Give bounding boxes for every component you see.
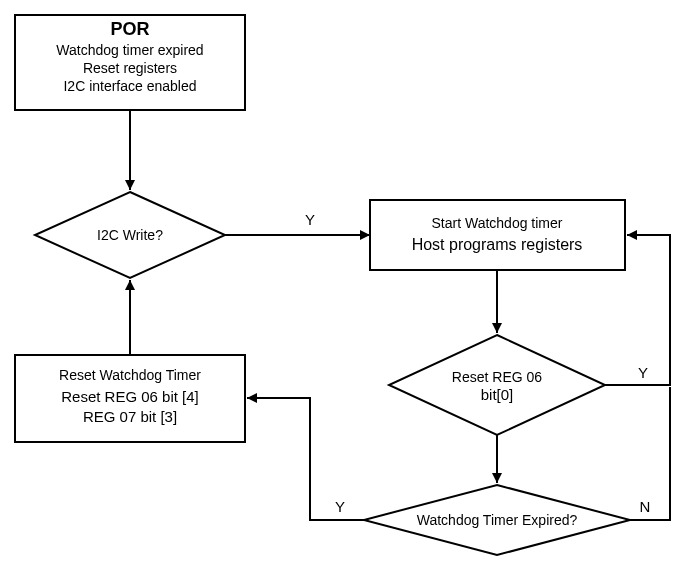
- por-line1: Watchdog timer expired: [56, 42, 203, 58]
- arrow-expired-yes: [247, 398, 364, 520]
- por-line2: Reset registers: [83, 60, 177, 76]
- decision-reset06-line1: Reset REG 06: [452, 369, 542, 385]
- start-watchdog-box: [370, 200, 625, 270]
- decision-expired-text: Watchdog Timer Expired?: [417, 512, 578, 528]
- por-line3: I2C interface enabled: [63, 78, 196, 94]
- label-y-reset06: Y: [638, 364, 648, 381]
- label-y-i2c: Y: [305, 211, 315, 228]
- flowchart: POR Watchdog timer expired Reset registe…: [0, 0, 695, 578]
- start-wd-line2: Host programs registers: [412, 236, 583, 253]
- start-wd-line1: Start Watchdog timer: [432, 215, 563, 231]
- decision-reset06: [389, 335, 605, 435]
- label-n-expired: N: [640, 498, 651, 515]
- reset-wd-line3: REG 07 bit [3]: [83, 408, 177, 425]
- reset-wd-line2: Reset REG 06 bit [4]: [61, 388, 199, 405]
- por-title: POR: [110, 19, 149, 39]
- decision-i2c-text: I2C Write?: [97, 227, 163, 243]
- reset-wd-line1: Reset Watchdog Timer: [59, 367, 201, 383]
- decision-reset06-line2: bit[0]: [481, 386, 514, 403]
- label-y-expired: Y: [335, 498, 345, 515]
